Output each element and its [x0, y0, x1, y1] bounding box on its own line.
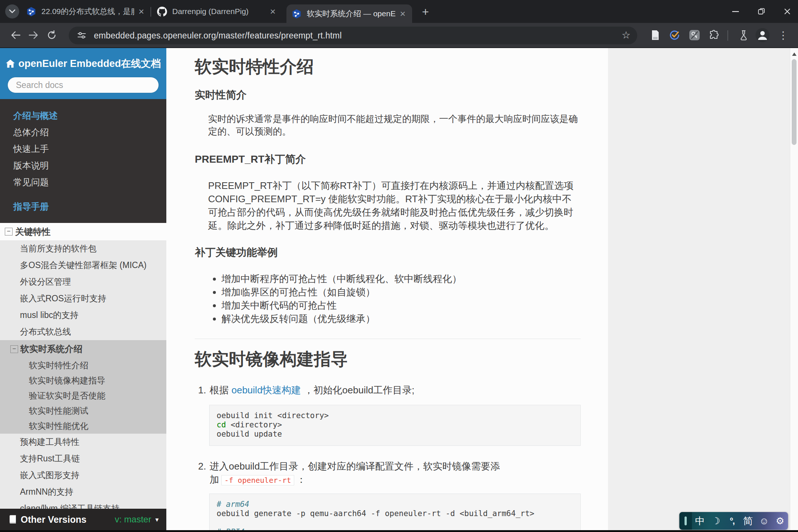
reading-list-button[interactable]: [647, 27, 664, 44]
ime-drag-handle[interactable]: [679, 512, 692, 530]
nav-item-faq[interactable]: 常见问题: [0, 174, 166, 190]
password-manager-extension[interactable]: [686, 27, 703, 44]
bookmark-star-icon[interactable]: ☆: [622, 29, 631, 41]
screen-bottom-edge: [0, 530, 798, 532]
nav-item-embedded-graphics[interactable]: 嵌入式图形支持: [0, 467, 166, 484]
nav-item-key-features[interactable]: − 关键特性: [0, 223, 166, 240]
nav-item-mica[interactable]: 多OS混合关键性部署框架 (MICA): [0, 257, 166, 274]
reload-button[interactable]: [43, 27, 60, 44]
tab-distributed-softbus[interactable]: 22.09的分布式软总线，是服务 ×: [21, 0, 144, 23]
openeuler-favicon: [292, 9, 302, 19]
page-scrollbar[interactable]: [790, 48, 798, 532]
nav-item-rt-feature-intro-current[interactable]: 软实时特性介绍: [0, 358, 166, 373]
browser-toolbar: embedded.pages.openeuler.org/master/feat…: [0, 23, 798, 48]
ime-punctuation-button[interactable]: °,: [724, 512, 740, 530]
section-title-build-guide: 软实时镜像构建指导: [195, 349, 581, 369]
restore-button[interactable]: [751, 3, 772, 20]
document-icon: [651, 30, 660, 40]
list-item: 增加中断程序的可抢占性（中断线程化、软中断线程化）: [221, 272, 581, 285]
nav-item-musl-libc[interactable]: musl libc的支持: [0, 307, 166, 323]
collapse-toggle-icon[interactable]: −: [10, 345, 18, 353]
nav-item-release-notes[interactable]: 版本说明: [0, 157, 166, 174]
ime-simplified-button[interactable]: 简: [740, 512, 756, 530]
list-item: 解决优先级反转问题（优先级继承）: [221, 312, 581, 325]
ime-language-mode-button[interactable]: 中: [692, 512, 708, 530]
inline-code-openeuler-rt: -f openeuler-rt: [221, 475, 294, 485]
scrollbar-thumb[interactable]: [792, 59, 797, 145]
puzzle-icon: [709, 30, 719, 40]
ime-settings-gear-icon[interactable]: ⚙: [772, 512, 788, 530]
page-title: 软实时特性介绍: [195, 56, 581, 77]
sidebar-header: openEuler Embedded在线文档: [0, 48, 166, 99]
nav-item-distributed-softbus[interactable]: 分布式软总线: [0, 323, 166, 340]
privacy-check-button[interactable]: [666, 27, 683, 44]
close-tab-icon[interactable]: ×: [270, 7, 276, 16]
nav-item-prebuilt-tools[interactable]: 预构建工具特性: [0, 434, 166, 450]
nav-item-rt-image-build[interactable]: 软实时镜像构建指导: [0, 373, 166, 388]
nav-item-rt-verify[interactable]: 验证软实时是否使能: [0, 388, 166, 403]
key-icon: [689, 30, 700, 41]
nav-caption-manual: 指导手册: [0, 198, 166, 215]
nav-item-rt-perf-test[interactable]: 软实时性能测试: [0, 403, 166, 419]
minimize-button[interactable]: [725, 3, 746, 20]
back-arrow-icon: [11, 31, 20, 39]
chevron-down-icon: [9, 9, 16, 14]
nav-item-rust-toolchain[interactable]: 支持Rust工具链: [0, 450, 166, 467]
book-icon: [8, 515, 17, 524]
forward-button[interactable]: [25, 27, 42, 44]
section-heading-patch-features: 补丁关键功能举例: [195, 246, 581, 259]
github-favicon: [157, 7, 167, 17]
nav-item-soft-realtime-section[interactable]: − 软实时系统介绍: [0, 340, 166, 358]
profile-avatar[interactable]: [754, 27, 771, 44]
paragraph-realtime: 实时的诉求通常是事件的响应时间不能超过规定的期限，一个事件的最大响应时间应该是确…: [208, 112, 581, 138]
ime-handle-icon: [685, 516, 687, 525]
docs-sidebar: openEuler Embedded在线文档 介绍与概述 总体介绍 快速上手 版…: [0, 48, 166, 532]
paragraph-preempt-rt: PREEMPT_RT补丁（以下简称RT补丁）可直接打在内核源码上，并通过内核配置…: [208, 179, 581, 232]
section-heading-realtime: 实时性简介: [195, 89, 581, 101]
tab-github[interactable]: Darrenpig (DarrenPig) ×: [154, 0, 282, 23]
tab-search-button[interactable]: [5, 4, 19, 18]
experiments-button[interactable]: [735, 27, 752, 44]
nav-item-peripheral-partition[interactable]: 外设分区管理: [0, 274, 166, 290]
tab-preempt-rt-active[interactable]: 软实时系统介绍 — openEuler ×: [286, 4, 412, 23]
new-tab-button[interactable]: +: [418, 5, 432, 19]
browser-menu-button[interactable]: ⋮: [775, 27, 792, 44]
openeuler-favicon: [26, 7, 36, 17]
close-window-button[interactable]: [777, 3, 798, 20]
close-tab-icon[interactable]: ×: [400, 9, 405, 18]
nav-item-armnn[interactable]: ArmNN的支持: [0, 484, 166, 500]
ime-fullwidth-moon-icon[interactable]: ☽: [708, 512, 724, 530]
collapse-toggle-icon[interactable]: −: [5, 228, 13, 235]
close-tab-icon[interactable]: ×: [139, 7, 144, 16]
build-step-1: 1. 根据 oebuild快速构建，初始化oebuild工作目录;: [198, 383, 581, 397]
search-input[interactable]: [7, 77, 159, 93]
caret-down-icon: ▼: [154, 516, 160, 523]
site-info-button[interactable]: [77, 31, 86, 40]
list-item: 增加关中断代码的可抢占性: [221, 299, 581, 312]
ime-emoji-smiley-icon[interactable]: ☺: [756, 512, 772, 530]
docs-home-link[interactable]: openEuler Embedded在线文档: [0, 48, 166, 70]
versions-footer[interactable]: Other Versions v: master ▼: [0, 509, 166, 530]
url-text: embedded.pages.openeuler.org/master/feat…: [94, 31, 342, 41]
tab-title: 22.09的分布式软总线，是服务: [41, 6, 134, 17]
version-value: v: master: [115, 514, 151, 525]
back-button[interactable]: [7, 27, 24, 44]
nav-item-ros-runtime[interactable]: 嵌入式ROS运行时支持: [0, 290, 166, 307]
scroll-up-arrow-icon[interactable]: [792, 52, 797, 56]
toolbar-divider: [727, 30, 728, 41]
extensions-button[interactable]: [706, 27, 723, 44]
nav-caption-intro: 介绍与概述: [0, 107, 166, 124]
code-block-oebuild-init: oebuild init <directory>cd <directory>oe…: [209, 405, 581, 446]
docs-title: openEuler Embedded在线文档: [18, 57, 161, 70]
oebuild-quickstart-link[interactable]: oebuild快速构建: [231, 384, 301, 396]
nav-item-overview[interactable]: 总体介绍: [0, 124, 166, 140]
nav-item-supported-packages[interactable]: 当前所支持的软件包: [0, 240, 166, 257]
nav-item-quickstart[interactable]: 快速上手: [0, 140, 166, 157]
section-heading-preempt-rt: PREEMPT_RT补丁简介: [195, 153, 581, 166]
kebab-icon: ⋮: [778, 29, 788, 41]
other-versions-label: Other Versions: [21, 514, 86, 525]
nav-item-rt-perf-tuning[interactable]: 软实时性能优化: [0, 419, 166, 434]
page-viewport: openEuler Embedded在线文档 介绍与概述 总体介绍 快速上手 版…: [0, 48, 798, 532]
tab-strip: 22.09的分布式软总线，是服务 × Darrenpig (DarrenPig)…: [0, 0, 798, 23]
address-bar[interactable]: embedded.pages.openeuler.org/master/feat…: [69, 27, 637, 44]
